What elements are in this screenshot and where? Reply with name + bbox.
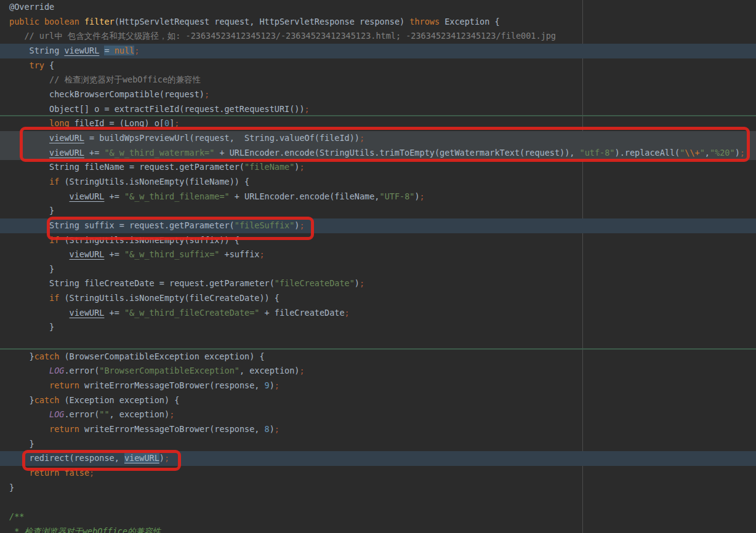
code-token: } (9, 351, 34, 361)
code-token: null (115, 46, 135, 55)
code-line[interactable]: /** (0, 510, 756, 524)
code-token: /** (9, 511, 24, 521)
code-token (9, 293, 49, 303)
code-line[interactable]: } (0, 320, 756, 335)
code-line[interactable]: @Override (0, 0, 756, 15)
code-token: // url中 包含文件名和其父级路径，如: -2363452341234512… (9, 31, 556, 41)
code-token: ; (299, 366, 304, 375)
code-token: * 检查浏览器对于webOffice的兼容性 (9, 526, 161, 533)
code-token (9, 366, 49, 375)
code-token: Object[] o = extractFileId(request.getRe… (9, 104, 305, 114)
code-token: return (49, 424, 79, 434)
code-token: } (9, 395, 34, 405)
code-line[interactable]: if (StringUtils.isNoneEmpty(fileName)) { (0, 175, 756, 190)
code-token: ) (270, 380, 275, 390)
code-token: (HttpServletRequest request, HttpServlet… (115, 17, 410, 26)
code-token: boolean (44, 17, 79, 26)
code-line[interactable]: // 检查浏览器对于webOffice的兼容性 (0, 73, 756, 87)
code-token: // 检查浏览器对于webOffice的兼容性 (9, 74, 201, 84)
code-token: ; (275, 380, 279, 390)
code-token: .error( (64, 366, 99, 375)
code-token: ; (299, 162, 304, 172)
code-token: ; (169, 409, 174, 419)
code-line[interactable]: viewURL += "&_w_third_suffix=" +suffix; (0, 247, 756, 262)
code-line[interactable]: Object[] o = extractFileId(request.getRe… (0, 102, 756, 117)
code-token: ) (414, 191, 419, 201)
code-token: writeErrorMessageToBrower(response, (79, 424, 265, 434)
code-token: Exception { (440, 17, 500, 26)
code-token: } (9, 439, 34, 449)
code-line[interactable]: viewURL += "&_w_third_fileCreateDate=" +… (0, 306, 756, 321)
code-line[interactable]: } (0, 481, 756, 495)
code-token: "fileCreateDate" (275, 278, 355, 288)
code-token: = (104, 46, 114, 55)
code-token: viewURL (64, 46, 99, 55)
code-line[interactable]: return writeErrorMessageToBrower(respons… (0, 379, 756, 393)
code-line[interactable]: try { (0, 58, 756, 73)
code-token: String fileName = request.getParameter( (9, 162, 244, 172)
code-token: catch (34, 395, 60, 405)
code-token: } (9, 483, 14, 492)
annotation-box (22, 450, 181, 471)
code-line[interactable]: }catch (Exception exception) { (0, 393, 756, 408)
code-line[interactable]: viewURL += "&_w_third_filename=" + URLEn… (0, 190, 756, 204)
code-line[interactable]: return writeErrorMessageToBrower(respons… (0, 422, 756, 437)
method-separator-line (0, 348, 756, 350)
code-token: if (49, 293, 59, 303)
code-token: (BrowserCompatibleException exception) { (59, 351, 264, 361)
code-token: +suffix (219, 249, 259, 259)
code-token: + URLEncoder.encode(fileName, (230, 191, 380, 201)
code-line[interactable]: String fileCreateDate = request.getParam… (0, 276, 756, 291)
code-line[interactable]: }catch (BrowserCompatibleException excep… (0, 350, 756, 364)
code-token: "" (99, 409, 109, 419)
code-token: ; (275, 424, 279, 434)
code-line[interactable]: String fileName = request.getParameter("… (0, 160, 756, 175)
code-token: ; (420, 191, 425, 201)
code-token: public (9, 17, 39, 26)
code-token: , exception) (239, 366, 300, 375)
code-token: += (104, 249, 124, 259)
code-line[interactable]: // url中 包含文件名和其父级路径，如: -2363452341234512… (0, 29, 756, 44)
code-line[interactable]: LOG.error("BrowserCompatibleException", … (0, 364, 756, 379)
code-token: try (30, 60, 44, 70)
code-token: @Override (9, 2, 54, 12)
code-token: "fileName" (244, 162, 294, 172)
method-separator-line (0, 115, 756, 116)
code-token: if (49, 177, 59, 186)
code-token (79, 17, 84, 26)
code-token (9, 60, 30, 70)
code-token: String fileCreateDate = request.getParam… (9, 278, 275, 288)
code-token: } (9, 322, 54, 332)
code-token: ; (305, 104, 310, 114)
code-token (9, 191, 70, 201)
code-line[interactable] (0, 495, 756, 510)
code-token: += (104, 308, 124, 318)
code-line[interactable]: } (0, 262, 756, 277)
code-line[interactable]: } (0, 437, 756, 452)
code-token: ; (134, 46, 139, 55)
code-line[interactable]: if (StringUtils.isNoneEmpty(fileCreateDa… (0, 291, 756, 306)
code-token: 8 (265, 424, 270, 434)
code-token: "BrowserCompatibleException" (99, 366, 239, 375)
code-token (9, 249, 70, 259)
code-line[interactable]: * 检查浏览器对于webOffice的兼容性 (0, 524, 756, 533)
code-token: "&_w_third_suffix=" (124, 249, 219, 259)
code-token (39, 17, 44, 26)
code-token: return (49, 380, 79, 390)
code-token (9, 424, 49, 434)
code-token: catch (34, 351, 60, 361)
code-line[interactable]: public boolean filter(HttpServletRequest… (0, 15, 756, 30)
code-line[interactable]: String viewURL = null; (0, 44, 756, 58)
code-token: (Exception exception) { (59, 395, 179, 405)
code-token: LOG (49, 409, 64, 419)
code-token (9, 380, 49, 390)
code-token: 9 (265, 380, 270, 390)
code-token: ) (355, 278, 360, 288)
code-line[interactable]: LOG.error("", exception); (0, 407, 756, 422)
code-line[interactable]: checkBrowserCompatible(request); (0, 87, 756, 102)
code-token: ; (204, 89, 209, 99)
code-token: writeErrorMessageToBrower(response, (79, 380, 265, 390)
code-line[interactable] (0, 335, 756, 350)
code-editor[interactable]: @Overridepublic boolean filter(HttpServl… (0, 0, 756, 533)
code-token: throws (409, 17, 440, 26)
